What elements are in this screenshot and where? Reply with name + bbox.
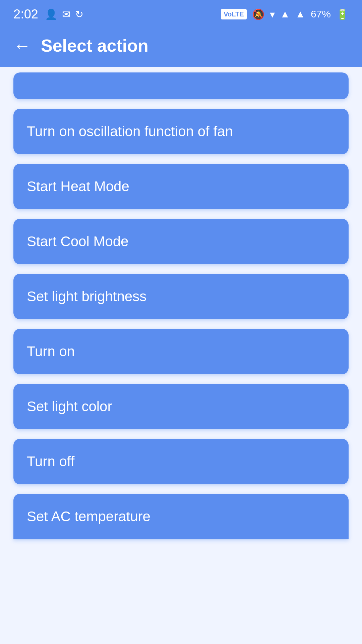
action-btn-light-color[interactable]: Set light color — [13, 384, 349, 429]
action-label-light-color: Set light color — [27, 398, 112, 415]
contacts-icon: 👤 — [45, 8, 57, 20]
action-btn-ac-temperature[interactable]: Set AC temperature — [13, 494, 349, 539]
partial-top-card — [13, 72, 349, 99]
status-bar: 2:02 👤 ✉ ↻ VoLTE 🔕 ▾ ▲ ▲ 67% 🔋 — [0, 0, 362, 27]
status-icons: 👤 ✉ ↻ — [45, 8, 83, 20]
action-btn-cool-mode[interactable]: Start Cool Mode — [13, 219, 349, 264]
action-btn-light-brightness[interactable]: Set light brightness — [13, 274, 349, 319]
content-area: Turn on oscillation function of fanStart… — [0, 72, 362, 553]
action-btn-oscillation[interactable]: Turn on oscillation function of fan — [13, 109, 349, 154]
status-bar-right: VoLTE 🔕 ▾ ▲ ▲ 67% 🔋 — [221, 8, 349, 20]
action-label-oscillation: Turn on oscillation function of fan — [27, 123, 233, 140]
mail-icon: ✉ — [62, 8, 70, 20]
volte-badge: VoLTE — [221, 9, 246, 19]
action-label-light-brightness: Set light brightness — [27, 288, 146, 305]
action-btn-heat-mode[interactable]: Start Heat Mode — [13, 164, 349, 209]
refresh-icon: ↻ — [75, 8, 83, 20]
back-button[interactable]: ← — [13, 37, 31, 54]
actions-list: Turn on oscillation function of fanStart… — [13, 109, 349, 539]
action-label-turn-off: Turn off — [27, 453, 74, 470]
action-label-ac-temperature: Set AC temperature — [27, 508, 150, 524]
wifi-icon: ▾ — [270, 8, 275, 20]
signal-icon-2: ▲ — [295, 8, 305, 20]
action-btn-turn-on[interactable]: Turn on — [13, 329, 349, 374]
mute-icon: 🔕 — [252, 8, 264, 20]
page-title: Select action — [41, 36, 148, 56]
battery-percentage: 67% — [311, 8, 331, 20]
app-bar: ← Select action — [0, 27, 362, 67]
action-label-cool-mode: Start Cool Mode — [27, 233, 128, 250]
signal-icon-1: ▲ — [280, 8, 290, 20]
status-time: 2:02 — [13, 7, 38, 21]
battery-icon: 🔋 — [336, 8, 349, 20]
action-label-turn-on: Turn on — [27, 343, 75, 360]
status-bar-left: 2:02 👤 ✉ ↻ — [13, 7, 83, 21]
action-label-heat-mode: Start Heat Mode — [27, 178, 129, 195]
action-btn-turn-off[interactable]: Turn off — [13, 439, 349, 484]
